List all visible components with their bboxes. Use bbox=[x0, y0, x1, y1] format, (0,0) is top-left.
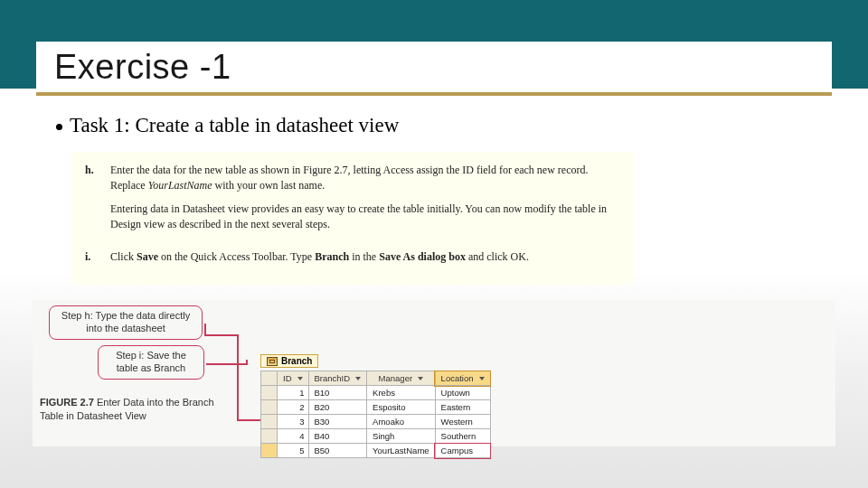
leader-line-icon bbox=[206, 363, 248, 365]
table-row: 1 B10 Krebs Uptown bbox=[261, 386, 491, 400]
datasheet-tab[interactable]: Branch bbox=[260, 354, 318, 368]
instruction-i-body: Click Save on the Quick Access Toolbar. … bbox=[110, 249, 529, 272]
row-header-blank bbox=[261, 371, 278, 386]
cell-manager[interactable]: Amoako bbox=[367, 415, 436, 429]
callout-step-h: Step h: Type the data directly into the … bbox=[49, 305, 203, 340]
cell-id[interactable]: 3 bbox=[278, 415, 309, 429]
row-selector[interactable] bbox=[261, 400, 278, 415]
cell-manager[interactable]: Singh bbox=[367, 429, 436, 444]
cell-location[interactable]: Western bbox=[435, 415, 490, 429]
row-selector[interactable] bbox=[261, 415, 278, 429]
table-row: 5 B50 YourLastName Campus bbox=[261, 444, 491, 458]
datasheet-tab-label: Branch bbox=[281, 356, 312, 366]
slide: Exercise -1 Task 1: Create a table in da… bbox=[0, 0, 868, 488]
col-manager[interactable]: Manager bbox=[367, 371, 436, 386]
instruction-h-label: h. bbox=[85, 163, 99, 240]
title-area: Exercise -1 bbox=[36, 42, 832, 96]
table-row: 3 B30 Amoako Western bbox=[261, 415, 491, 429]
cell-branchid[interactable]: B20 bbox=[308, 400, 367, 415]
cell-location[interactable]: Campus bbox=[435, 444, 490, 458]
instruction-i-label: i. bbox=[85, 249, 99, 272]
table-header-row: ID BranchID Manager Location bbox=[261, 371, 491, 386]
leader-line-icon bbox=[204, 324, 206, 334]
row-selector[interactable] bbox=[261, 429, 278, 444]
chevron-down-icon bbox=[355, 377, 361, 380]
leader-line-icon bbox=[204, 334, 239, 336]
row-selector[interactable] bbox=[261, 386, 278, 400]
callout-step-i: Step i: Save the table as Branch bbox=[98, 345, 204, 380]
cell-branchid[interactable]: B50 bbox=[308, 444, 367, 458]
instruction-block: h. Enter the data for the new table as s… bbox=[72, 152, 633, 285]
table-row: 4 B40 Singh Southern bbox=[261, 429, 491, 444]
col-id[interactable]: ID bbox=[278, 371, 309, 386]
col-branchid[interactable]: BranchID bbox=[308, 371, 367, 386]
cell-id[interactable]: 5 bbox=[278, 444, 309, 458]
chevron-down-icon bbox=[479, 377, 485, 380]
bullet-row: Task 1: Create a table in datasheet view bbox=[56, 114, 812, 137]
instruction-h: h. Enter the data for the new table as s… bbox=[85, 163, 620, 240]
row-selector[interactable] bbox=[261, 444, 278, 458]
cell-manager[interactable]: YourLastName bbox=[367, 444, 436, 458]
cell-id[interactable]: 1 bbox=[278, 386, 309, 400]
col-location[interactable]: Location bbox=[435, 371, 490, 386]
instruction-i-p1: Click Save on the Quick Access Toolbar. … bbox=[110, 249, 529, 265]
bullet-text: Task 1: Create a table in datasheet view bbox=[70, 114, 399, 137]
cell-location[interactable]: Southern bbox=[435, 429, 490, 444]
instruction-h-p2: Entering data in Datasheet view provides… bbox=[110, 202, 620, 233]
content: Task 1: Create a table in datasheet view bbox=[56, 114, 812, 137]
chevron-down-icon bbox=[297, 377, 303, 380]
cell-id[interactable]: 4 bbox=[278, 429, 309, 444]
cell-location[interactable]: Eastern bbox=[435, 400, 490, 415]
instruction-h-p1: Enter the data for the new table as show… bbox=[110, 163, 620, 194]
table-body: 1 B10 Krebs Uptown 2 B20 Esposito Easter… bbox=[261, 386, 491, 458]
leader-line-icon bbox=[246, 360, 248, 365]
cell-branchid[interactable]: B10 bbox=[308, 386, 367, 400]
figure-caption-label: FIGURE 2.7 bbox=[40, 397, 94, 408]
cell-manager[interactable]: Krebs bbox=[367, 386, 436, 400]
cell-branchid[interactable]: B30 bbox=[308, 415, 367, 429]
cell-manager[interactable]: Esposito bbox=[367, 400, 436, 415]
datasheet-table-wrap: ID BranchID Manager Location 1 B10 Krebs… bbox=[260, 371, 491, 458]
cell-branchid[interactable]: B40 bbox=[308, 429, 367, 444]
datasheet-table: ID BranchID Manager Location 1 B10 Krebs… bbox=[260, 371, 491, 458]
leader-line-icon bbox=[237, 334, 239, 421]
cell-location[interactable]: Uptown bbox=[435, 386, 490, 400]
slide-title: Exercise -1 bbox=[54, 48, 231, 87]
bullet-dot-icon bbox=[56, 124, 62, 130]
instruction-i: i. Click Save on the Quick Access Toolba… bbox=[85, 249, 620, 272]
chevron-down-icon bbox=[418, 377, 423, 380]
instruction-h-body: Enter the data for the new table as show… bbox=[110, 163, 620, 240]
cell-id[interactable]: 2 bbox=[278, 400, 309, 415]
figure-zone: Step h: Type the data directly into the … bbox=[33, 300, 835, 446]
table-row: 2 B20 Esposito Eastern bbox=[261, 400, 491, 415]
figure-caption: FIGURE 2.7 Enter Data into the Branch Ta… bbox=[40, 396, 221, 423]
table-icon bbox=[267, 357, 278, 366]
